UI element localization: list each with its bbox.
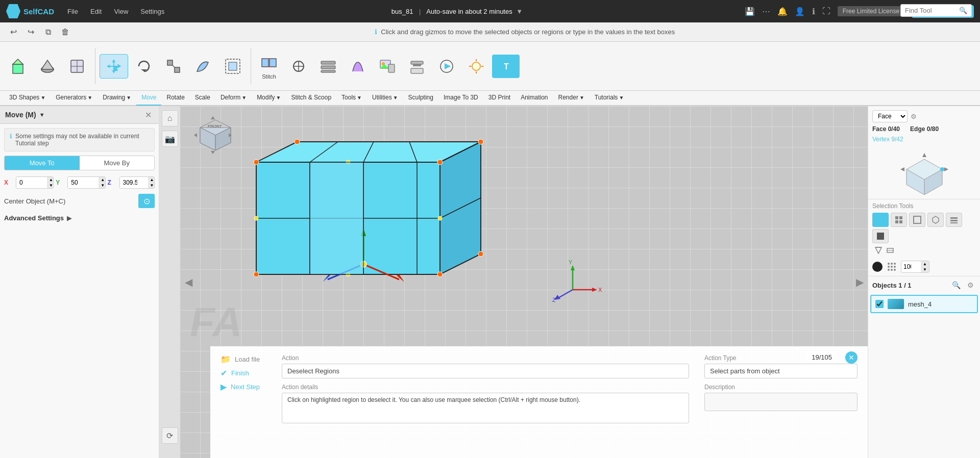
advanced-settings-row[interactable]: Advanced Settings ▶ xyxy=(0,211,159,225)
objects-search-button[interactable]: 🔍 xyxy=(950,279,962,291)
nav-camera-button[interactable]: 📷 xyxy=(162,131,178,147)
find-tool-input[interactable] xyxy=(905,7,956,14)
face-label: Face xyxy=(872,125,888,133)
undo-button[interactable]: ↩ xyxy=(6,25,20,39)
sel-tool-grid[interactable] xyxy=(891,213,907,227)
label-deform[interactable]: Deform ▼ xyxy=(215,90,252,106)
sel-tool-solid[interactable] xyxy=(872,213,889,227)
label-tutorials[interactable]: Tutorials ▼ xyxy=(590,90,629,106)
nav-cube-area: FRONT xyxy=(190,112,236,160)
tool-move[interactable] xyxy=(100,54,128,79)
view-menu[interactable]: View xyxy=(109,6,133,17)
label-3d-shapes[interactable]: 3D Shapes ▼ xyxy=(4,90,51,106)
settings-menu[interactable]: Settings xyxy=(135,6,169,17)
move-to-button[interactable]: Move To xyxy=(5,156,80,170)
edit-menu[interactable]: Edit xyxy=(85,6,107,17)
load-file-action[interactable]: 📁 Load file xyxy=(220,354,266,364)
label-utilities[interactable]: Utilities ▼ xyxy=(367,90,403,106)
mesh-dots-icon[interactable] xyxy=(887,262,897,272)
panel-close-button[interactable]: ✕ xyxy=(142,109,154,120)
label-generators[interactable]: Generators ▼ xyxy=(51,90,97,106)
color-picker[interactable] xyxy=(872,262,883,272)
sel-tool-layers[interactable] xyxy=(946,213,962,227)
y-spin-down[interactable]: ▼ xyxy=(99,183,105,188)
label-modify[interactable]: Modify ▼ xyxy=(252,90,286,106)
notification-icon[interactable]: 🔔 xyxy=(777,7,788,16)
viewport-left-arrow[interactable]: ◀ xyxy=(185,276,192,288)
opacity-input[interactable] xyxy=(901,262,921,272)
next-step-action[interactable]: ▶ Next Step xyxy=(220,382,266,392)
x-input[interactable] xyxy=(16,177,47,188)
nav-rotate-view-button[interactable]: ⟳ xyxy=(162,427,178,444)
delete-button[interactable]: 🗑 xyxy=(58,25,72,39)
svg-rect-113 xyxy=(950,222,958,223)
x-spin-down[interactable]: ▼ xyxy=(47,183,54,188)
tool-animation[interactable] xyxy=(433,55,460,78)
sel-tool-dark[interactable] xyxy=(872,229,889,243)
object-item-mesh4[interactable]: mesh_4 xyxy=(870,295,978,313)
center-object-button[interactable]: ⊙ xyxy=(138,194,155,208)
opacity-spin-up[interactable]: ▲ xyxy=(921,261,929,267)
view-settings-icon[interactable]: ⚙ xyxy=(911,113,917,120)
z-spin-up[interactable]: ▲ xyxy=(148,177,155,183)
tool-modify[interactable] xyxy=(219,55,247,78)
viewport-right-arrow[interactable]: ▶ xyxy=(856,276,864,288)
sel-tool-hex[interactable] xyxy=(927,213,944,227)
opacity-spin-down[interactable]: ▼ xyxy=(921,267,929,272)
label-sculpting[interactable]: Sculpting xyxy=(403,90,438,106)
viewport[interactable]: ⌂ 📷 ⟳ ◀ ▶ FRONT xyxy=(159,106,868,458)
label-image-to-3d[interactable]: Image To 3D xyxy=(438,90,483,106)
duplicate-button[interactable]: ⧉ xyxy=(41,25,55,39)
label-animation[interactable]: Animation xyxy=(516,90,553,106)
z-spin-down[interactable]: ▼ xyxy=(148,183,155,188)
tool-rotate[interactable] xyxy=(130,55,158,78)
label-tools[interactable]: Tools ▼ xyxy=(336,90,367,106)
tool-tutorials[interactable]: T xyxy=(492,55,520,78)
mesh-svg: X Y Z xyxy=(226,132,624,325)
tool-generators[interactable] xyxy=(34,55,61,78)
view-mode-select[interactable]: Face Edge Vertex xyxy=(872,110,908,122)
label-render[interactable]: Render ▼ xyxy=(553,90,590,106)
tool-render[interactable] xyxy=(462,55,490,78)
objects-title: Objects 1 / 1 xyxy=(872,282,912,289)
tool-utilities[interactable] xyxy=(314,55,342,78)
object-checkbox[interactable] xyxy=(875,300,884,308)
x-spin-up[interactable]: ▲ xyxy=(47,177,54,183)
svg-point-73 xyxy=(478,251,483,257)
nav-home-button[interactable]: ⌂ xyxy=(162,110,178,126)
y-input[interactable] xyxy=(68,177,99,188)
label-move[interactable]: Move xyxy=(136,90,161,106)
label-rotate[interactable]: Rotate xyxy=(161,90,189,106)
tool-3d-print[interactable] xyxy=(403,55,431,78)
label-stitch-scoop[interactable]: Stitch & Scoop xyxy=(286,90,336,106)
tool-sculpting[interactable] xyxy=(344,55,372,78)
share-icon[interactable]: ⋯ xyxy=(762,7,770,16)
fullscreen-icon[interactable]: ⛶ xyxy=(822,7,830,16)
sel-tool-outline[interactable] xyxy=(909,213,925,227)
svg-point-67 xyxy=(254,160,259,165)
tool-deform[interactable] xyxy=(189,55,217,78)
objects-settings-button[interactable]: ⚙ xyxy=(965,279,976,291)
tool-3d-shapes[interactable] xyxy=(4,55,32,78)
save-icon[interactable]: 💾 xyxy=(745,7,755,16)
label-drawing[interactable]: Drawing ▼ xyxy=(97,90,136,106)
finish-action[interactable]: ✔ Finish xyxy=(220,368,266,378)
label-scale[interactable]: Scale xyxy=(190,90,215,106)
tool-image-to-3d[interactable] xyxy=(374,55,401,78)
close-overlay-button[interactable]: ✕ xyxy=(845,351,857,364)
y-spin-up[interactable]: ▲ xyxy=(99,177,105,183)
z-input[interactable] xyxy=(120,177,148,188)
svg-marker-102 xyxy=(944,167,948,171)
tool-drawing[interactable] xyxy=(63,55,91,78)
move-by-button[interactable]: Move By xyxy=(80,156,155,170)
label-3d-print[interactable]: 3D Print xyxy=(483,90,516,106)
tool-stitch[interactable]: Stitch xyxy=(255,51,283,82)
tool-tools[interactable] xyxy=(285,55,312,78)
redo-button[interactable]: ↪ xyxy=(23,25,38,39)
svg-rect-33 xyxy=(388,64,395,72)
file-menu[interactable]: File xyxy=(62,6,83,17)
left-panel: Move (M) ▼ ✕ ℹ Some settings may not be … xyxy=(0,106,159,458)
info-icon[interactable]: ℹ xyxy=(812,7,815,16)
user-icon[interactable]: 👤 xyxy=(795,7,805,16)
tool-scale[interactable] xyxy=(160,55,187,78)
